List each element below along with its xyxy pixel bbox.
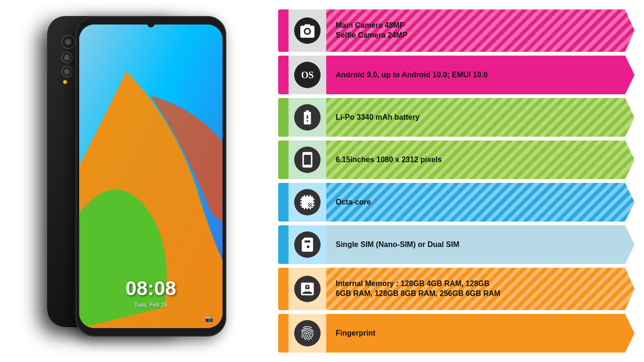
- camera-lens-3: [61, 66, 73, 77]
- memory-icon: [294, 276, 321, 302]
- camera-lens-2: [61, 52, 73, 63]
- camera-spec-bar: Main Camera 48MP Selfie Camera 24MP: [326, 9, 635, 52]
- phone-notch: [147, 20, 155, 27]
- display-icon: [294, 147, 321, 173]
- spec-row-fingerprint: Fingerprint: [278, 314, 635, 353]
- display-svg: [299, 151, 316, 168]
- os-color-tab: [278, 56, 289, 94]
- phone-section: HUAWEI: [0, 0, 273, 362]
- spec-row-display: 6.15inches 1080 x 2312 pixels: [278, 140, 635, 179]
- display-spec-text: 6.15inches 1080 x 2312 pixels: [336, 155, 442, 165]
- battery-color-tab: [278, 98, 289, 137]
- spec-row-cpu: Octa-core: [278, 183, 635, 222]
- os-icon: OS: [294, 62, 321, 88]
- battery-icon: [294, 104, 321, 131]
- spec-row-os: OS Android 9.0, up to Android 10.0; EMUI…: [278, 56, 635, 94]
- cpu-icon: [294, 189, 321, 215]
- display-spec-bar: 6.15inches 1080 x 2312 pixels: [326, 140, 635, 179]
- cpu-spec-bar: Octa-core: [326, 183, 635, 222]
- cpu-icon-box: [289, 183, 326, 222]
- fingerprint-spec-text: Fingerprint: [336, 329, 375, 338]
- battery-svg: [299, 109, 316, 126]
- spec-row-sim: Single SIM (Nano-SIM) or Dual SIM: [278, 225, 635, 264]
- phone-date: Tues, Feb 26: [134, 302, 167, 308]
- specs-section: Main Camera 48MP Selfie Camera 24MP OS A…: [273, 0, 644, 362]
- camera-svg: [299, 22, 316, 39]
- os-label-icon: OS: [301, 70, 314, 81]
- os-spec-text: Android 9.0, up to Android 10.0; EMUI 10…: [336, 70, 487, 80]
- fingerprint-svg: [299, 325, 316, 342]
- camera-line2: Selfie Camera 24MP: [336, 31, 407, 41]
- phone-front: 08:08 Tues, Feb 26 📷: [75, 16, 226, 337]
- memory-svg: [299, 280, 316, 297]
- display-icon-box: [289, 140, 326, 179]
- fingerprint-spec-bar: Fingerprint: [326, 314, 635, 353]
- sim-icon-box: [289, 225, 326, 264]
- battery-spec-text: Li-Po 3340 mAh battery: [336, 113, 420, 123]
- fingerprint-icon-box: [289, 314, 326, 353]
- sim-icon: [294, 231, 321, 258]
- cpu-spec-text: Octa-core: [336, 197, 371, 207]
- os-icon-box: OS: [289, 56, 326, 94]
- memory-icon-box: [289, 268, 326, 310]
- phone-camera-app-icon: 📷: [205, 315, 213, 322]
- camera-lens-main: [61, 35, 75, 49]
- os-spec-bar: Android 9.0, up to Android 10.0; EMUI 10…: [326, 56, 635, 94]
- spec-row-memory: Internal Memory : 128GB 4GB RAM, 128GB 6…: [278, 268, 635, 310]
- phone-screen: 08:08 Tues, Feb 26 📷: [79, 25, 223, 328]
- sim-spec-text: Single SIM (Nano-SIM) or Dual SIM: [336, 240, 459, 250]
- camera-flash: [63, 80, 67, 84]
- memory-line2: 6GB RAM, 128GB 8GB RAM, 256GB 6GB RAM: [336, 289, 500, 299]
- cpu-color-tab: [278, 183, 289, 222]
- memory-spec-bar: Internal Memory : 128GB 4GB RAM, 128GB 6…: [326, 268, 635, 310]
- camera-module: [61, 35, 75, 84]
- spec-row-camera: Main Camera 48MP Selfie Camera 24MP: [278, 9, 635, 52]
- display-color-tab: [278, 140, 289, 179]
- sim-svg: [299, 236, 316, 253]
- memory-color-tab: [278, 268, 289, 310]
- sim-color-tab: [278, 225, 289, 264]
- spec-row-battery: Li-Po 3340 mAh battery: [278, 98, 635, 137]
- phone-container: HUAWEI: [38, 11, 236, 351]
- memory-spec-text: Internal Memory : 128GB 4GB RAM, 128GB 6…: [336, 279, 500, 299]
- camera-icon: [294, 17, 321, 44]
- battery-icon-box: [289, 98, 326, 137]
- camera-spec-text: Main Camera 48MP Selfie Camera 24MP: [336, 21, 407, 41]
- memory-line1: Internal Memory : 128GB 4GB RAM, 128GB: [336, 279, 500, 289]
- sim-spec-bar: Single SIM (Nano-SIM) or Dual SIM: [326, 225, 635, 264]
- camera-line1: Main Camera 48MP: [336, 21, 407, 31]
- fingerprint-icon: [294, 320, 321, 346]
- phone-time: 08:08: [125, 277, 176, 300]
- cpu-svg: [299, 194, 316, 211]
- fingerprint-color-tab: [278, 314, 289, 353]
- camera-icon-box: [289, 9, 326, 52]
- camera-color-tab: [278, 9, 289, 52]
- battery-spec-bar: Li-Po 3340 mAh battery: [326, 98, 635, 137]
